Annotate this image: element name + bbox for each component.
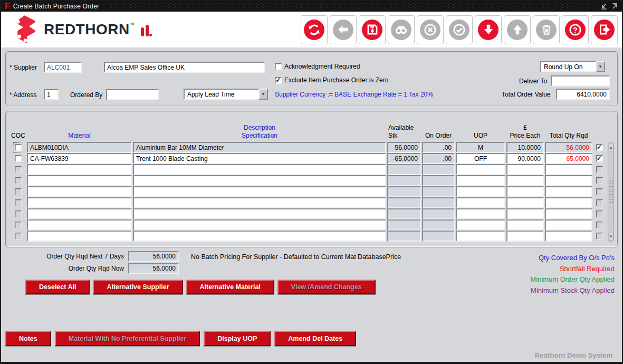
- cell-total-qty-rqd: [545, 197, 592, 208]
- notes-button[interactable]: Notes: [5, 331, 51, 346]
- cell-material[interactable]: ALBM010DIA: [27, 142, 132, 153]
- app-window: F Create Batch Purchase Order REDTHORN™ …: [0, 0, 623, 364]
- qty-next7-label: Order Qty Rqd Next 7 Days: [21, 253, 124, 260]
- save-button[interactable]: [359, 15, 386, 44]
- lead-time-dropdown[interactable]: Apply Lead Time▼: [184, 89, 268, 100]
- cell-uop[interactable]: M: [456, 142, 505, 153]
- row-select-checkbox: [596, 199, 603, 206]
- refresh-button[interactable]: [301, 15, 328, 44]
- cell-material: [27, 219, 132, 231]
- cell-description[interactable]: Trent 1000 Blade Casting: [133, 153, 386, 164]
- spacer: [5, 297, 618, 331]
- help-icon: ?: [565, 20, 586, 40]
- window-maximize-icon[interactable]: [611, 3, 618, 10]
- cell-description[interactable]: Aluminium Bar 10MM Diameter: [133, 142, 386, 153]
- qty-now-field[interactable]: 56.0000: [128, 263, 179, 274]
- grid-body: ALBM010DIAAluminium Bar 10MM Diameter-56…: [10, 142, 605, 242]
- acknowledgment-required-row: Acknowledgment Required: [275, 63, 360, 70]
- cell-material: [27, 175, 132, 186]
- summary-section: Order Qty Rqd Next 7 Days 56.0000 Order …: [5, 247, 618, 297]
- coc-checkbox-cell: [10, 142, 26, 153]
- qty-next7-field[interactable]: 56.0000: [128, 251, 179, 262]
- status-legend: Qty Covered By O/s Po'sShortfall Require…: [530, 253, 615, 296]
- scroll-down-icon[interactable]: ▼: [608, 232, 614, 241]
- window-restore-icon[interactable]: [601, 3, 608, 10]
- scrollbar-thumb[interactable]: [608, 152, 614, 232]
- cell-uop: [456, 186, 505, 197]
- cell-price-each[interactable]: 10.0000: [506, 142, 544, 153]
- col-header-price-each: £Price Each: [506, 124, 544, 140]
- coc-checkbox[interactable]: [15, 144, 22, 151]
- coc-checkbox-cell: [10, 208, 26, 219]
- exclude-zero-checkbox[interactable]: [275, 77, 282, 84]
- cell-uop: [456, 175, 505, 186]
- total-order-label: Total Order Value: [502, 91, 551, 98]
- row-select-checkbox[interactable]: [596, 144, 603, 151]
- cell-uop: [456, 197, 505, 208]
- cell-material: [27, 208, 132, 219]
- row-select-checkbox-cell: [593, 186, 605, 197]
- view-amend-changes-button: View /Amend Changes: [277, 280, 376, 294]
- chevron-down-icon[interactable]: ▼: [596, 61, 605, 72]
- row-select-checkbox-cell: [593, 164, 605, 175]
- acknowledgment-required-checkbox[interactable]: [275, 63, 282, 70]
- cell-uop[interactable]: OFF: [456, 153, 505, 164]
- row-select-checkbox[interactable]: [596, 155, 603, 162]
- chevron-down-icon[interactable]: ▼: [258, 89, 268, 100]
- cell-on-order: [422, 186, 455, 197]
- ordered-by-field[interactable]: [106, 89, 159, 100]
- grid-header-row: COC Material DescriptionSpecification Av…: [10, 124, 614, 140]
- cell-on-order: .00: [422, 142, 455, 153]
- total-order-value-field[interactable]: 6410.0000: [556, 89, 610, 100]
- upload-button[interactable]: [504, 15, 531, 44]
- round-up-dropdown[interactable]: Round Up On▼: [540, 61, 605, 72]
- cell-total-qty-rqd[interactable]: 65.0000: [545, 153, 592, 164]
- row-select-checkbox: [596, 177, 603, 184]
- cell-material[interactable]: CA-FW63839: [27, 153, 132, 164]
- coc-checkbox[interactable]: [15, 155, 22, 162]
- scroll-up-icon[interactable]: ▲: [608, 142, 614, 152]
- cell-on-order: [422, 175, 455, 186]
- row-select-checkbox-cell: [593, 142, 605, 153]
- find-button[interactable]: [388, 15, 415, 44]
- supplier-code-field[interactable]: ALC001: [44, 62, 82, 73]
- scrollbar-grip: [609, 180, 614, 204]
- address-field[interactable]: 1: [44, 89, 59, 100]
- coc-checkbox-cell: [10, 164, 26, 175]
- qty-now-label: Order Qty Rqd Now: [21, 265, 124, 272]
- exit-button[interactable]: [591, 15, 618, 44]
- cell-price-each[interactable]: 90.0000: [506, 153, 544, 164]
- cell-available-stk: [387, 186, 421, 197]
- col-header-description[interactable]: DescriptionSpecification: [133, 124, 386, 140]
- deliver-to-field[interactable]: [551, 75, 610, 87]
- coc-checkbox-cell: [10, 175, 26, 186]
- cell-total-qty-rqd: [545, 231, 592, 242]
- alternative-material-button[interactable]: Alternative Material: [186, 280, 274, 294]
- download-button[interactable]: [475, 15, 502, 44]
- logo-trademark: ™: [130, 22, 135, 27]
- row-select-checkbox-cell: [593, 153, 605, 164]
- cell-available-stk: [387, 197, 421, 208]
- grid-vertical-scrollbar[interactable]: ▲ ▼: [608, 142, 614, 242]
- deselect-all-button[interactable]: Deselect All: [25, 280, 90, 294]
- cell-total-qty-rqd[interactable]: 56.0000: [545, 142, 592, 153]
- help-button[interactable]: ?: [562, 15, 589, 44]
- back-button[interactable]: [330, 15, 357, 44]
- app-header: REDTHORN™ ?: [1, 12, 622, 47]
- cell-on-order: [422, 197, 455, 208]
- delete-button[interactable]: [533, 15, 560, 44]
- cell-material: [27, 197, 132, 208]
- cell-total-qty-rqd: [545, 164, 592, 175]
- cell-material: [27, 164, 132, 175]
- col-header-material[interactable]: Material: [27, 132, 132, 140]
- alternative-supplier-button[interactable]: Alternative Supplier: [93, 280, 183, 294]
- col-header-total-qty-rqd: Total Qty Rqd: [545, 132, 592, 140]
- currency-info: Supplier Currency := BASE Exchange Rate …: [275, 91, 433, 98]
- confirm-button[interactable]: [446, 15, 473, 44]
- display-uop-button[interactable]: Display UOP: [204, 331, 271, 346]
- acknowledgment-required-label: Acknowledgment Required: [284, 63, 360, 70]
- amend-del-dates-button[interactable]: Amend Del Dates: [274, 331, 356, 346]
- coc-checkbox-cell: [10, 186, 26, 197]
- supplier-name-field[interactable]: Alcoa EMP Sales Office UK: [104, 62, 265, 73]
- cancel-button[interactable]: [417, 15, 444, 44]
